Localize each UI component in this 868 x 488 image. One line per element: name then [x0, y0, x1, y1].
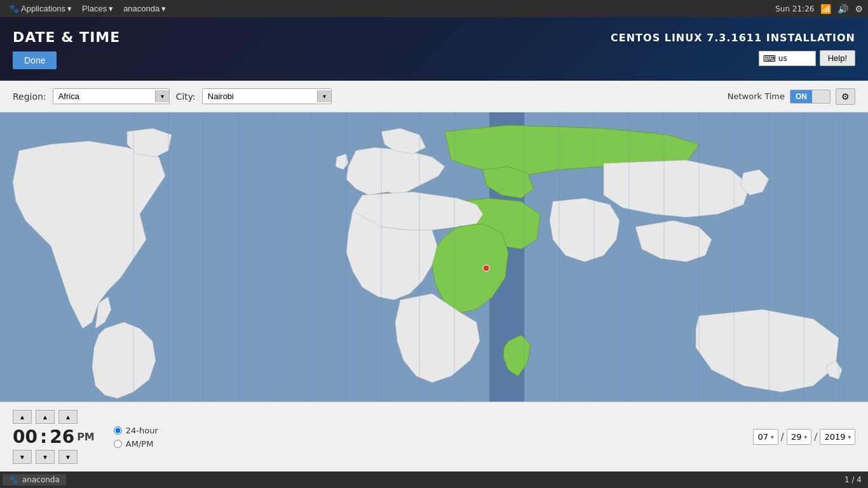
24hour-label: 24-hour: [126, 426, 158, 435]
region-label: Region:: [13, 92, 46, 102]
date-section: 07 ▾ / 29 ▾ / 2019 ▾: [753, 429, 855, 445]
header-controls: ⌨ us Help!: [759, 50, 855, 66]
minutes-down-button[interactable]: ▼: [36, 450, 55, 464]
network-time-toggle[interactable]: ON: [790, 90, 831, 104]
clock-display: Sun 21:26: [775, 4, 814, 13]
day-value: 29: [791, 432, 802, 442]
wifi-icon: 📶: [820, 4, 831, 14]
hours-value: 00: [13, 426, 37, 447]
world-map-container[interactable]: [0, 112, 868, 402]
region-city-bar: Region: ▾ City: ▾ Network Time ON ⚙: [0, 81, 868, 112]
taskbar-anaconda-item[interactable]: 🐾 anaconda: [3, 474, 66, 485]
taskbar-page-indicator: 1 / 4: [844, 475, 865, 484]
minutes-value: 26: [50, 426, 74, 447]
help-button[interactable]: Help!: [820, 50, 855, 66]
anaconda-chevron-icon: ▾: [161, 4, 166, 13]
time-date-controls: ▲ ▲ ▲ 00 : 26 PM ▼ ▼ ▼ 24-hour AM/PM 07: [0, 402, 868, 471]
spinner-down-row: ▼ ▼ ▼: [13, 450, 95, 464]
city-dropdown-button[interactable]: ▾: [317, 90, 331, 102]
region-dropdown-button[interactable]: ▾: [155, 90, 169, 102]
keyboard-icon: ⌨: [763, 53, 776, 64]
applications-icon: 🐾: [9, 4, 19, 13]
date-separator-2: /: [814, 431, 817, 443]
region-input[interactable]: [53, 89, 155, 104]
applications-menu[interactable]: 🐾 Applications ▾: [5, 3, 76, 15]
header-right-section: CENTOS LINUX 7.3.1611 INSTALLATION ⌨ us …: [611, 32, 855, 66]
network-time-settings-button[interactable]: ⚙: [836, 88, 855, 105]
day-select[interactable]: 29 ▾: [787, 429, 811, 445]
time-display: 00 : 26 PM: [13, 426, 95, 447]
network-time-section: Network Time ON ⚙: [728, 88, 855, 105]
month-dropdown-arrow: ▾: [771, 434, 774, 440]
city-input[interactable]: [203, 89, 317, 104]
taskbar: 🐾 anaconda 1 / 4: [0, 471, 868, 488]
ampm-format-label: AM/PM: [126, 439, 154, 449]
hours-down-button[interactable]: ▼: [13, 450, 32, 464]
day-dropdown-arrow: ▾: [804, 434, 807, 440]
topbar-status: Sun 21:26 📶 🔊 ⚙: [775, 4, 863, 14]
date-separator-1: /: [781, 431, 784, 443]
page-header: DATE & TIME Done CENTOS LINUX 7.3.1611 I…: [0, 17, 868, 81]
24hour-radio-row[interactable]: 24-hour: [114, 426, 158, 435]
keyboard-layout-display: ⌨ us: [759, 51, 816, 66]
taskbar-app-label: anaconda: [22, 475, 60, 484]
done-button[interactable]: Done: [13, 51, 57, 69]
network-time-label: Network Time: [728, 92, 785, 101]
top-menubar: 🐾 Applications ▾ Places ▾ anaconda ▾ Sun…: [0, 0, 868, 17]
keyboard-layout-value: us: [778, 54, 787, 63]
install-title: CENTOS LINUX 7.3.1611 INSTALLATION: [611, 32, 855, 44]
year-dropdown-arrow: ▾: [848, 434, 851, 440]
time-colon: :: [40, 426, 47, 447]
toggle-on-button[interactable]: ON: [790, 90, 812, 103]
ampm-down-button[interactable]: ▼: [58, 450, 78, 464]
taskbar-app-icon: 🐾: [9, 475, 18, 484]
year-value: 2019: [824, 432, 845, 442]
region-select-container: ▾: [53, 88, 170, 104]
city-label: City:: [176, 92, 196, 102]
applications-chevron-icon: ▾: [67, 4, 72, 13]
time-format-section: 24-hour AM/PM: [114, 426, 158, 449]
anaconda-menu[interactable]: anaconda ▾: [119, 3, 170, 15]
month-value: 07: [757, 432, 768, 442]
ampm-radio[interactable]: [114, 440, 122, 448]
places-chevron-icon: ▾: [109, 4, 113, 13]
system-settings-icon: ⚙: [855, 4, 863, 14]
city-select-container: ▾: [202, 88, 332, 104]
city-marker[interactable]: [483, 265, 489, 271]
header-left-section: DATE & TIME Done: [13, 29, 120, 69]
toggle-off-button[interactable]: [812, 90, 830, 103]
page-title: DATE & TIME: [13, 29, 120, 45]
minutes-up-button[interactable]: ▲: [36, 410, 55, 424]
24hour-radio[interactable]: [114, 426, 122, 435]
spinner-up-row: ▲ ▲ ▲: [13, 410, 95, 424]
month-select[interactable]: 07 ▾: [753, 429, 778, 445]
ampm-up-button[interactable]: ▲: [58, 410, 78, 424]
year-select[interactable]: 2019 ▾: [820, 429, 855, 445]
ampm-radio-row[interactable]: AM/PM: [114, 439, 158, 449]
world-map-svg[interactable]: [0, 112, 868, 402]
ampm-value: PM: [77, 431, 95, 443]
hours-up-button[interactable]: ▲: [13, 410, 32, 424]
time-spinners: ▲ ▲ ▲ 00 : 26 PM ▼ ▼ ▼: [13, 410, 95, 464]
places-menu[interactable]: Places ▾: [78, 3, 117, 15]
sound-icon: 🔊: [837, 4, 848, 14]
